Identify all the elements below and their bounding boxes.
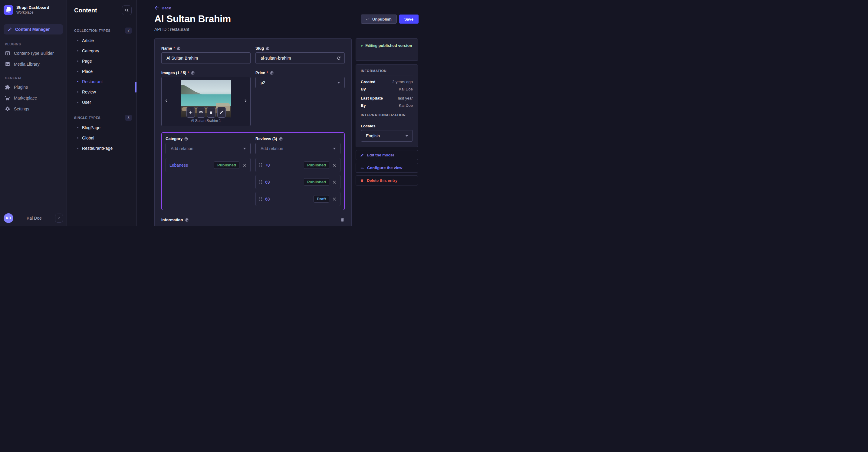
copy-link-button[interactable]	[197, 107, 205, 118]
api-id-subtitle: API ID : restaurant	[154, 27, 418, 32]
globe-icon	[279, 137, 283, 141]
slug-field-label: Slug	[255, 46, 345, 51]
back-link[interactable]: Back	[154, 5, 171, 10]
add-asset-button[interactable]	[186, 107, 195, 118]
relations-section: Category Add relation	[161, 132, 345, 210]
single-types-count-badge: 3	[125, 115, 132, 121]
carousel-prev-icon[interactable]	[165, 99, 168, 103]
carousel-next-icon[interactable]	[244, 99, 247, 103]
meta-updated-by: By Kai Doe	[361, 103, 413, 108]
drag-handle-icon[interactable]	[259, 163, 262, 167]
review-relation-row: 68 Draft	[255, 192, 340, 206]
meta-created-by: By Kai Doe	[361, 87, 413, 91]
subnav-item-restaurantpage[interactable]: RestaurantPage	[67, 143, 136, 153]
collection-types-header: COLLECTION TYPES 7	[74, 28, 132, 34]
subnav-item-category[interactable]: Category	[67, 46, 136, 56]
status-badge: Published	[304, 161, 329, 169]
price-select[interactable]: p2	[255, 77, 345, 88]
bullet-icon	[77, 102, 79, 103]
drag-handle-icon[interactable]	[259, 197, 262, 201]
sidebar-item-label: Media Library	[14, 62, 40, 67]
remove-relation-icon[interactable]	[332, 180, 337, 184]
pencil-icon	[360, 153, 364, 157]
pencil-icon	[219, 110, 223, 115]
page-title: Al Sultan Brahim	[154, 13, 231, 25]
delete-entry-button[interactable]: Delete this entry	[355, 175, 418, 186]
status-badge: Published	[304, 178, 329, 186]
collapse-sidebar-button[interactable]	[55, 214, 63, 223]
relation-link[interactable]: 69	[265, 180, 301, 185]
delete-asset-button[interactable]	[207, 107, 216, 118]
divider	[74, 20, 82, 20]
check-icon	[366, 17, 370, 21]
relation-link[interactable]: Lebanese	[169, 163, 211, 168]
avatar[interactable]: KD	[4, 213, 13, 223]
subnav-item-blogpage[interactable]: BlogPage	[67, 123, 136, 133]
locales-label: Locales	[361, 124, 413, 128]
information-field-label: Information	[161, 218, 189, 222]
edit-asset-button[interactable]	[217, 107, 226, 118]
configure-view-button[interactable]: Configure the view	[355, 163, 418, 173]
reviews-add-relation-select[interactable]: Add relation	[255, 143, 340, 154]
bullet-icon	[77, 127, 79, 128]
right-panel: Editing published version INFORMATION Cr…	[355, 38, 418, 186]
trash-icon	[209, 110, 213, 115]
sidebar-item-settings[interactable]: Settings	[0, 103, 67, 115]
reviews-field-label: Reviews (3)	[255, 136, 340, 141]
plus-icon	[189, 110, 193, 115]
bullet-icon	[77, 61, 79, 62]
information-heading: INFORMATION	[361, 69, 413, 73]
drag-handle-icon[interactable]	[259, 180, 262, 184]
review-relation-row: 69 Published	[255, 175, 340, 189]
subnav-item-article[interactable]: Article	[67, 35, 136, 46]
sidebar-item-label: Plugins	[14, 85, 28, 90]
save-button[interactable]: Save	[399, 14, 418, 24]
edit-model-button[interactable]: Edit the model	[355, 150, 418, 160]
subnav-item-place[interactable]: Place	[67, 66, 136, 76]
bullet-icon	[77, 137, 79, 138]
unpublish-button[interactable]: Unpublish	[361, 14, 397, 24]
gear-icon	[5, 106, 10, 111]
sidebar-item-content-manager[interactable]: Content Manager	[4, 24, 63, 34]
remove-relation-icon[interactable]	[332, 197, 337, 201]
sidebar-item-content-type-builder[interactable]: Content-Type Builder	[0, 48, 67, 59]
subnav-item-review[interactable]: Review	[67, 87, 136, 97]
sidebar-item-label: Marketplace	[14, 96, 37, 100]
name-input[interactable]	[161, 52, 251, 64]
bullet-icon	[77, 71, 79, 72]
content-sub-sidebar: Content COLLECTION TYPES 7 Article Categ…	[67, 0, 137, 226]
globe-strikethrough-icon	[191, 71, 195, 75]
remove-relation-icon[interactable]	[332, 163, 337, 167]
entry-form-card: Name* Slug	[154, 38, 352, 226]
globe-icon	[185, 218, 189, 222]
remove-relation-icon[interactable]	[242, 163, 247, 167]
subnav-item-global[interactable]: Global	[67, 133, 136, 143]
arrow-left-icon	[154, 5, 159, 10]
slug-input[interactable]	[255, 52, 345, 64]
image-icon	[5, 61, 10, 67]
relation-link[interactable]: 70	[265, 163, 301, 168]
nav-section-general: GENERAL	[5, 76, 62, 80]
sidebar-item-marketplace[interactable]: Marketplace	[0, 93, 67, 103]
category-relation-row: Lebanese Published	[165, 158, 251, 172]
sidebar-item-plugins[interactable]: Plugins	[0, 82, 67, 93]
nav-section-plugins: PLUGINS	[5, 42, 62, 46]
subnav-item-restaurant[interactable]: Restaurant	[67, 76, 136, 87]
search-button[interactable]	[122, 5, 132, 15]
strapi-logo-icon	[4, 5, 13, 15]
sidebar-item-media-library[interactable]: Media Library	[0, 59, 67, 70]
asset-caption: Al Sultan Brahim 1	[191, 119, 221, 123]
bullet-icon	[77, 148, 79, 149]
locale-select[interactable]: English	[361, 130, 413, 141]
list-settings-icon	[360, 166, 364, 170]
subnav-item-page[interactable]: Page	[67, 56, 136, 66]
category-add-relation-select[interactable]: Add relation	[165, 143, 251, 154]
delete-component-icon[interactable]	[340, 218, 345, 222]
relation-link[interactable]: 68	[265, 197, 311, 201]
bullet-icon	[77, 40, 79, 41]
collection-types-count-badge: 7	[125, 28, 132, 34]
subnav-item-user[interactable]: User	[67, 97, 136, 107]
regenerate-slug-icon[interactable]	[336, 56, 341, 61]
scrollbar-thumb[interactable]	[135, 82, 136, 93]
sidebar-item-label: Content Manager	[15, 27, 50, 32]
